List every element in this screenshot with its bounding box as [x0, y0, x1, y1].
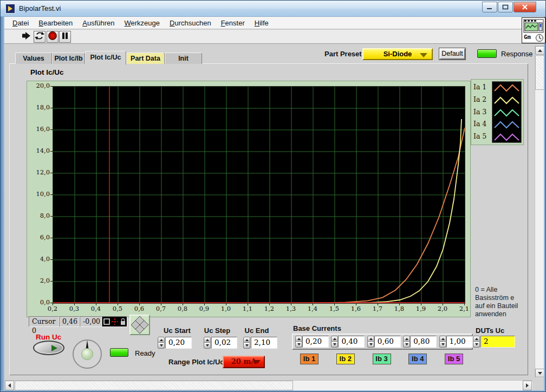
- run-continuously-icon: [34, 30, 45, 43]
- part-preset-value: Si-Diode: [384, 50, 412, 58]
- y-tick-label: 16,0: [27, 125, 50, 133]
- base-current-field[interactable]: 0,20: [302, 336, 329, 348]
- x-tick-mark: [183, 303, 183, 305]
- base-current-field[interactable]: 0,60: [374, 336, 401, 348]
- default-button[interactable]: Default: [439, 48, 465, 60]
- menu-bearbeiten[interactable]: Bearbeiten: [34, 18, 77, 28]
- y-tick-label: 12,0: [27, 168, 50, 176]
- x-tick-label: 1,2: [259, 305, 279, 312]
- base-current-stepper[interactable]: [403, 336, 410, 348]
- pause-icon: [61, 32, 69, 42]
- legend-label-ia-5[interactable]: Ia 5: [473, 130, 491, 143]
- response-led: [477, 49, 497, 58]
- uc-start-field[interactable]: 0,20: [165, 337, 192, 349]
- duts-uc-field[interactable]: 2: [480, 336, 515, 348]
- y-tick-label: 2,0: [27, 277, 50, 284]
- run-uc-button[interactable]: [33, 341, 64, 355]
- x-tick-label: 1,7: [368, 305, 387, 312]
- y-tick-label: 14,0: [27, 147, 50, 154]
- base-current-field[interactable]: 1,00: [446, 336, 473, 348]
- cursor-style-box[interactable]: [102, 316, 127, 327]
- menu-werkzeuge[interactable]: Werkzeuge: [120, 18, 165, 28]
- title-bar[interactable]: BipolarTest.vi: [1, 1, 546, 17]
- uc-end-field[interactable]: 2,10: [251, 337, 277, 349]
- base-current-stepper[interactable]: [295, 336, 302, 348]
- tab-plot-ic-ib[interactable]: Plot Ic/Ib: [52, 53, 85, 64]
- run-continuously-button[interactable]: [34, 31, 46, 43]
- x-tick-label: 0,6: [129, 305, 149, 312]
- scroll-right-button[interactable]: [523, 381, 532, 390]
- run-uc-label: Run Uc: [36, 333, 61, 341]
- up-arrow-icon: [538, 49, 542, 52]
- window-controls: [482, 2, 536, 12]
- close-button[interactable]: [514, 2, 536, 12]
- vertical-scrollbar[interactable]: [535, 46, 544, 378]
- toolbar: [4, 30, 544, 44]
- scroll-up-button[interactable]: [535, 46, 544, 55]
- window-title: BipolarTest.vi: [19, 4, 61, 12]
- x-tick-label: 2,0: [433, 305, 452, 312]
- duts-uc-stepper[interactable]: [473, 336, 480, 348]
- cursor-y-value[interactable]: -0,00: [80, 316, 102, 327]
- base-current-stepper[interactable]: [367, 336, 374, 348]
- menu-ausführen[interactable]: Ausführen: [77, 18, 119, 28]
- x-tick-mark: [378, 303, 378, 305]
- menu-datei[interactable]: Datei: [8, 18, 34, 28]
- x-tick-label: 2,1: [454, 305, 474, 312]
- series-ia-1: [53, 128, 465, 303]
- legend-label-ia-4[interactable]: Ia 4: [473, 118, 491, 130]
- ib-label-5: Ib 5: [445, 354, 463, 364]
- legend-swatch-ia-1: [492, 82, 521, 94]
- legend-label-ia-2[interactable]: Ia 2: [473, 94, 491, 106]
- uc-step-field[interactable]: 0,02: [211, 337, 237, 349]
- knob[interactable]: [71, 337, 103, 371]
- plot-legend[interactable]: Ia 1Ia 2Ia 3Ia 4Ia 5: [471, 79, 524, 145]
- lock-icon: [121, 321, 125, 325]
- vi-icon[interactable]: Gm: [522, 17, 545, 43]
- base-currents-label: Base Currents: [293, 324, 341, 332]
- x-tick-mark: [269, 303, 270, 305]
- tab-plot-ic-uc[interactable]: Plot Ic/Uc: [85, 51, 126, 64]
- x-tick-label: 0,9: [194, 305, 214, 312]
- base-current-stepper[interactable]: [439, 336, 446, 348]
- uc-start-label: Uc Start: [155, 326, 199, 335]
- tab-page-plot-ic-uc: Plot Ic/Uc 0,02,04,06,08,010,012,014,016…: [9, 63, 528, 375]
- menu-hilfe[interactable]: Hilfe: [250, 18, 274, 28]
- vertical-scroll-thumb[interactable]: [535, 55, 544, 90]
- menu-fenster[interactable]: Fenster: [216, 18, 250, 28]
- run-button[interactable]: [21, 31, 32, 43]
- base-current-field[interactable]: 0,40: [338, 336, 365, 348]
- minimize-button[interactable]: [482, 2, 497, 12]
- horizontal-scrollbar[interactable]: [5, 380, 532, 390]
- range-dropdown[interactable]: 20 mA: [223, 356, 265, 368]
- tab-init[interactable]: Init: [165, 53, 202, 64]
- y-tick-label: 18,0: [27, 103, 50, 111]
- cursor-mover-button[interactable]: [129, 315, 150, 335]
- uc-end-stepper[interactable]: [243, 337, 250, 349]
- uc-start-stepper[interactable]: [158, 337, 165, 349]
- horizontal-scroll-thumb[interactable]: [15, 381, 293, 390]
- scroll-left-button[interactable]: [5, 381, 14, 390]
- base-current-field[interactable]: 0,80: [410, 336, 437, 348]
- cursor-name[interactable]: Cursor 0: [29, 316, 59, 327]
- menu-durchsuchen[interactable]: Durchsuchen: [165, 18, 216, 28]
- abort-button[interactable]: [47, 31, 58, 43]
- x-tick-label: 0,5: [108, 305, 127, 312]
- part-preset-dropdown[interactable]: Si-Diode: [362, 48, 433, 60]
- tab-values[interactable]: Values: [15, 53, 52, 64]
- y-tick-label: 6,0: [27, 233, 50, 241]
- legend-label-ia-1[interactable]: Ia 1: [473, 81, 491, 94]
- tab-part-data[interactable]: Part Data: [126, 53, 165, 64]
- base-current-stepper[interactable]: [331, 336, 338, 348]
- y-tick-mark: [50, 194, 53, 195]
- plot-area[interactable]: [53, 86, 465, 304]
- scroll-down-button[interactable]: [535, 369, 544, 377]
- pause-button[interactable]: [59, 31, 71, 43]
- cursor-x-value[interactable]: 0,46: [59, 316, 80, 327]
- maximize-button[interactable]: [498, 2, 513, 12]
- x-tick-label: 0,7: [151, 305, 171, 312]
- uc-step-stepper[interactable]: [204, 337, 211, 349]
- legend-label-ia-3[interactable]: Ia 3: [473, 106, 491, 119]
- x-tick-mark: [139, 303, 140, 305]
- y-tick-mark: [50, 216, 53, 217]
